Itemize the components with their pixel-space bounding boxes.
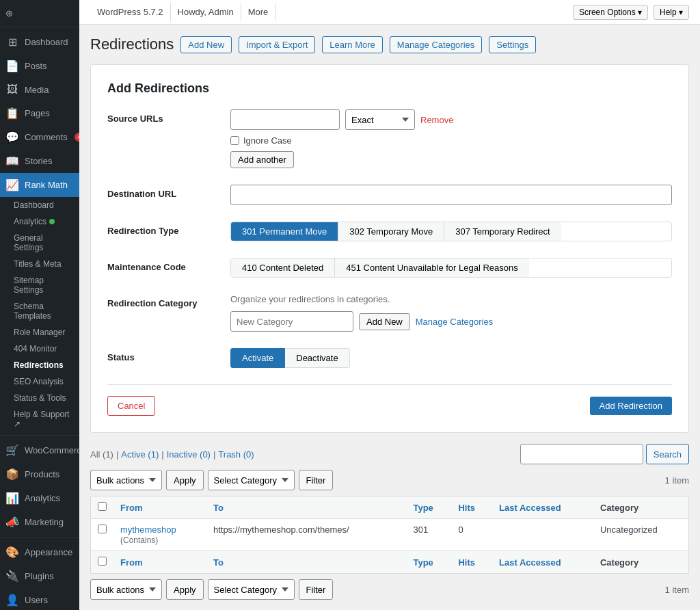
type-307-button[interactable]: 307 Temporary Redirect xyxy=(444,222,561,241)
bulk-apply-button-bottom[interactable]: Apply xyxy=(166,579,204,600)
sidebar-item-rm-seo-analysis[interactable]: SEO Analysis xyxy=(0,373,79,390)
sidebar-item-comments[interactable]: 💬 Comments 4 xyxy=(0,125,79,149)
add-redirections-card: Add Redirections Source URLs Exact Conta… xyxy=(90,64,689,433)
redirection-type-label: Redirection Type xyxy=(107,222,230,241)
rm-schema-label: Schema Templates xyxy=(14,302,74,321)
sidebar-item-rm-status-tools[interactable]: Status & Tools xyxy=(0,390,79,406)
help-button[interactable]: Help ▾ xyxy=(654,5,689,20)
deactivate-button[interactable]: Deactivate xyxy=(285,348,349,368)
sidebar-item-rm-dashboard[interactable]: Dashboard xyxy=(0,197,79,213)
code-451-button[interactable]: 451 Content Unavailable for Legal Reason… xyxy=(335,258,529,277)
sidebar-item-marketing[interactable]: 📣 Marketing xyxy=(0,510,79,534)
bottom-type-sort-link[interactable]: Type xyxy=(413,557,433,568)
pages-icon: 📋 xyxy=(5,107,19,120)
sidebar-item-rm-schema[interactable]: Schema Templates xyxy=(0,298,79,324)
activate-button[interactable]: Activate xyxy=(230,348,285,368)
type-sort-link[interactable]: Type xyxy=(413,503,433,513)
redirection-type-row: Redirection Type 301 Permanent Move 302 … xyxy=(107,222,672,241)
search-box: Search xyxy=(520,444,689,464)
sidebar-item-rm-analytics[interactable]: Analytics xyxy=(0,213,79,230)
sidebar-item-media[interactable]: 🖼 Media xyxy=(0,78,79,101)
status-group: Activate Deactivate xyxy=(230,348,672,368)
bottom-last-accessed-sort-link[interactable]: Last Accessed xyxy=(499,557,561,568)
source-url-input[interactable] xyxy=(230,109,340,130)
select-all-checkbox[interactable] xyxy=(98,502,107,511)
hits-sort-link[interactable]: Hits xyxy=(458,503,475,513)
learn-more-button[interactable]: Learn More xyxy=(322,36,382,53)
sidebar-item-rm-titles-meta[interactable]: Titles & Meta xyxy=(0,256,79,272)
filter-active-link[interactable]: Active (1) xyxy=(121,449,159,460)
add-another-button[interactable]: Add another xyxy=(230,151,294,168)
filter-button-top[interactable]: Filter xyxy=(299,470,334,490)
sidebar-item-woocommerce[interactable]: 🛒 WooCommerce xyxy=(0,438,79,462)
code-410-button[interactable]: 410 Content Deleted xyxy=(231,258,335,277)
manage-categories-button[interactable]: Manage Categories xyxy=(390,36,482,53)
manage-categories-link[interactable]: Manage Categories xyxy=(416,317,493,327)
sidebar-item-users[interactable]: 👤 Users xyxy=(0,588,79,610)
sidebar-item-rm-general-settings[interactable]: General Settings xyxy=(0,230,79,256)
rm-404-label: 404 Monitor xyxy=(14,344,57,354)
select-category-top[interactable]: Select Category xyxy=(208,470,295,490)
screen-options-button[interactable]: Screen Options ▾ xyxy=(573,5,648,20)
add-redirection-button[interactable]: Add Redirection xyxy=(590,397,673,415)
sidebar-item-plugins[interactable]: 🔌 Plugins xyxy=(0,564,79,588)
filter-button-bottom[interactable]: Filter xyxy=(299,579,334,600)
select-category-bottom[interactable]: Select Category xyxy=(208,579,295,600)
topbar-howdy[interactable]: Howdy, Admin xyxy=(171,3,241,21)
to-sort-link[interactable]: To xyxy=(213,503,224,513)
bottom-from-sort-link[interactable]: From xyxy=(120,557,143,568)
sidebar-item-stories[interactable]: 📖 Stories xyxy=(0,149,79,173)
destination-url-input[interactable] xyxy=(230,185,672,205)
add-new-button[interactable]: Add New xyxy=(180,36,232,53)
topbar-wp-label[interactable]: WordPress 5.7.2 xyxy=(90,3,171,21)
search-input[interactable] xyxy=(520,444,643,464)
type-value: 301 xyxy=(413,525,428,535)
add-new-cat-button[interactable]: Add New xyxy=(359,313,410,330)
category-header-label: Category xyxy=(600,503,638,513)
redirections-table: From To Type Hits Last Accessed xyxy=(90,496,689,574)
sidebar-item-rm-404[interactable]: 404 Monitor xyxy=(0,341,79,357)
type-301-button[interactable]: 301 Permanent Move xyxy=(231,222,338,241)
posts-icon: 📄 xyxy=(5,59,19,72)
filter-inactive-link[interactable]: Inactive (0) xyxy=(167,449,211,460)
settings-button[interactable]: Settings xyxy=(489,36,536,53)
from-sort-link[interactable]: From xyxy=(120,503,143,513)
type-302-button[interactable]: 302 Temporary Move xyxy=(338,222,444,241)
last-accessed-sort-link[interactable]: Last Accessed xyxy=(499,503,561,513)
bottom-to-sort-link[interactable]: To xyxy=(213,557,224,568)
ignore-case-checkbox[interactable] xyxy=(230,136,239,145)
sidebar-item-appearance[interactable]: 🎨 Appearance xyxy=(0,540,79,564)
sidebar-item-analytics[interactable]: 📊 Analytics xyxy=(0,486,79,510)
topbar-more[interactable]: More xyxy=(241,3,276,21)
bulk-apply-button-top[interactable]: Apply xyxy=(166,470,204,490)
sidebar-item-dashboard[interactable]: ⊞ Dashboard xyxy=(0,30,79,54)
sidebar-item-posts[interactable]: 📄 Posts xyxy=(0,54,79,78)
bottom-hits-sort-link[interactable]: Hits xyxy=(458,557,475,568)
sidebar-item-pages[interactable]: 📋 Pages xyxy=(0,101,79,125)
category-column-header: Category xyxy=(593,496,689,519)
bulk-actions-select-bottom[interactable]: Bulk actions Delete Activate Deactivate xyxy=(90,579,162,600)
woocommerce-icon: 🛒 xyxy=(5,444,19,457)
remove-url-link[interactable]: Remove xyxy=(420,115,453,125)
sidebar-item-rm-redirections[interactable]: Redirections xyxy=(0,357,79,373)
new-category-input[interactable] xyxy=(230,311,353,332)
sidebar-item-products[interactable]: 📦 Products xyxy=(0,462,79,486)
sidebar-item-rm-role-manager[interactable]: Role Manager xyxy=(0,324,79,341)
redirection-category-control: Organize your redirections in categories… xyxy=(230,294,672,332)
bottom-select-all-checkbox[interactable] xyxy=(98,557,107,566)
row-checkbox[interactable] xyxy=(98,525,107,533)
import-export-button[interactable]: Import & Export xyxy=(239,36,315,53)
cancel-button[interactable]: Cancel xyxy=(107,396,155,416)
item-count-top: 1 item xyxy=(665,475,689,486)
sidebar-item-rm-sitemap[interactable]: Sitemap Settings xyxy=(0,272,79,298)
source-url-type-select[interactable]: Exact Contains Starts With Ends With Reg… xyxy=(345,109,415,130)
filter-trash-link[interactable]: Trash (0) xyxy=(218,449,254,460)
sidebar-divider-2 xyxy=(0,537,79,538)
rm-analytics-label: Analytics xyxy=(14,217,46,226)
sidebar-item-rank-math[interactable]: 📈 Rank Math xyxy=(0,173,79,197)
sidebar-item-rm-help-support[interactable]: Help & Support ↗ xyxy=(0,406,79,432)
search-button[interactable]: Search xyxy=(646,444,689,464)
from-value-link[interactable]: mythemeshop xyxy=(120,525,176,535)
bulk-actions-select-top[interactable]: Bulk actions Delete Activate Deactivate xyxy=(90,470,162,490)
from-cell: mythemeshop (Contains) xyxy=(113,519,206,551)
